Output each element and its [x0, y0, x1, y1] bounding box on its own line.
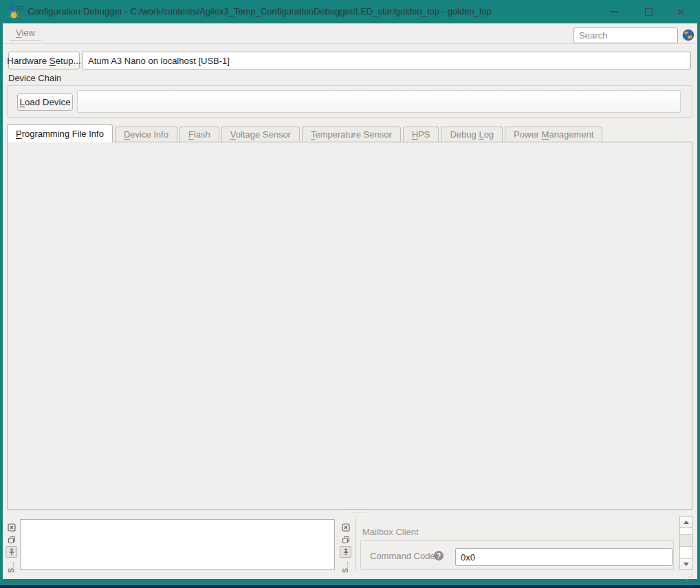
maximize-icon	[645, 8, 653, 16]
close-button[interactable]: ✕	[669, 0, 692, 23]
float-window-icon	[8, 536, 16, 544]
globe-icon[interactable]	[682, 29, 694, 41]
load-device-button[interactable]: Load Device	[17, 94, 73, 111]
maximize-button[interactable]	[637, 0, 660, 23]
tab-flash[interactable]: Flash	[179, 127, 219, 142]
close-icon: ✕	[677, 7, 686, 17]
left-dock-float-button[interactable]	[6, 534, 17, 545]
title-bar: Configuration Debugger - C:/work/content…	[0, 0, 700, 23]
vertical-scrollbar[interactable]	[679, 516, 693, 570]
tab-programming-file-info[interactable]: Programming File Info	[7, 124, 113, 142]
tab-temperature-sensor[interactable]: Temperature Sensor	[302, 127, 401, 142]
tab-device-info[interactable]: Device Info	[115, 127, 177, 142]
command-code-input[interactable]	[455, 548, 672, 566]
mailbox-dock-handle[interactable]: ······	[349, 510, 369, 514]
mailbox-dock-close-button[interactable]	[340, 521, 351, 533]
tab-bar: Programming File InfoDevice InfoFlashVol…	[7, 124, 692, 142]
command-code-help-icon[interactable]: ?	[434, 551, 444, 560]
search-input[interactable]	[573, 28, 678, 43]
left-dock-pin-button[interactable]	[6, 546, 17, 558]
device-chain-label: Device Chain	[8, 73, 61, 83]
tab-voltage-sensor[interactable]: Voltage Sensor	[221, 127, 300, 142]
mailbox-dock-vertical-title: S...	[340, 558, 351, 576]
tab-hps[interactable]: HPS	[403, 127, 439, 142]
window: Configuration Debugger - C:/work/content…	[0, 0, 700, 588]
tab-panel	[7, 142, 692, 510]
close-box-icon	[8, 523, 16, 532]
messages-view[interactable]	[20, 519, 335, 570]
left-dock-vertical-title: S...	[6, 558, 17, 576]
device-chain-view	[77, 90, 681, 113]
float-window-icon	[342, 536, 350, 544]
minimize-icon	[610, 11, 619, 12]
pin-icon	[8, 548, 16, 556]
size-grip[interactable]: ⋰	[686, 572, 693, 581]
mailbox-client-title: Mailbox Client	[362, 527, 419, 537]
window-title: Configuration Debugger - C:/work/content…	[28, 0, 492, 23]
scroll-up-button[interactable]	[680, 517, 692, 528]
scroll-down-button[interactable]	[680, 558, 692, 569]
hardware-description-field[interactable]	[83, 52, 691, 69]
menu-view[interactable]: View	[10, 26, 41, 41]
pin-icon	[342, 548, 350, 556]
close-box-icon	[342, 523, 350, 532]
tab-debug-log[interactable]: Debug Log	[441, 127, 503, 142]
left-dock-close-button[interactable]	[6, 521, 17, 533]
scrollbar-thumb[interactable]	[680, 534, 692, 547]
mailbox-dock-float-button[interactable]	[340, 534, 351, 545]
mailbox-toolbar-divider	[355, 518, 356, 571]
tab-power-management[interactable]: Power Management	[505, 127, 602, 142]
mailbox-dock-pin-button[interactable]	[340, 546, 351, 558]
hardware-setup-button[interactable]: Hardware Setup...	[8, 52, 80, 69]
command-code-label: Command Code:	[370, 551, 437, 561]
frame-bottom-line	[0, 585, 700, 588]
arrow-up-icon	[683, 521, 689, 524]
app-icon	[8, 5, 25, 19]
minimize-button[interactable]	[602, 0, 626, 23]
arrow-down-icon	[683, 563, 689, 566]
